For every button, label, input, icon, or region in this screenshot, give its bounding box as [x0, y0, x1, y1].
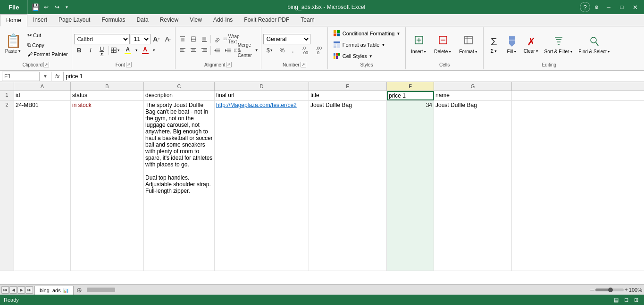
- file-tab[interactable]: File: [0, 0, 28, 14]
- redo-qat-btn[interactable]: ↪: [52, 2, 62, 12]
- decrease-indent-btn[interactable]: [212, 45, 222, 56]
- cell-a2[interactable]: 24-MB01: [14, 101, 71, 271]
- view-normal-btn[interactable]: ▤: [612, 297, 620, 303]
- underline-btn[interactable]: U ▼: [97, 45, 107, 56]
- font-name-select[interactable]: Calibri: [74, 34, 130, 44]
- minimize-btn[interactable]: ─: [602, 2, 615, 12]
- options-icon[interactable]: ⚙: [591, 2, 602, 12]
- row-number-1[interactable]: 1: [0, 91, 14, 100]
- cell-b1[interactable]: status: [71, 91, 144, 100]
- bold-btn[interactable]: B: [74, 45, 84, 56]
- cell-g2[interactable]: Joust Duffle Bag: [434, 101, 512, 271]
- cell-d2[interactable]: http://Mageplaza.com/tester/ce2: [215, 101, 309, 271]
- sheet-nav-first[interactable]: ⏮: [1, 286, 9, 294]
- cell-d1[interactable]: final url: [215, 91, 309, 100]
- clipboard-dialog-btn[interactable]: ↗: [43, 62, 49, 67]
- add-sheet-btn[interactable]: ⊕: [74, 285, 85, 295]
- font-color-btn[interactable]: A: [139, 45, 151, 56]
- align-left-btn[interactable]: [177, 45, 188, 56]
- tab-insert[interactable]: Insert: [27, 14, 53, 26]
- tab-home[interactable]: Home: [0, 14, 27, 26]
- tab-team[interactable]: Team: [295, 14, 320, 26]
- col-header-f[interactable]: F: [387, 82, 434, 91]
- tab-review[interactable]: Review: [154, 14, 184, 26]
- formula-expand-btn[interactable]: ▼: [42, 73, 49, 80]
- cell-b2[interactable]: in stock: [71, 101, 144, 271]
- cell-f1-active[interactable]: price 1: [387, 91, 434, 100]
- tab-foxit[interactable]: Foxit Reader PDF: [238, 14, 295, 26]
- font-dialog-btn[interactable]: ↗: [126, 62, 132, 67]
- align-top-btn[interactable]: [177, 34, 188, 44]
- cell-f2[interactable]: 34: [387, 101, 434, 271]
- find-select-btn[interactable]: Find & Select▼: [576, 30, 612, 60]
- borders-btn[interactable]: ▼: [110, 45, 121, 56]
- col-header-b[interactable]: B: [71, 82, 144, 91]
- shrink-font-btn[interactable]: A-: [163, 34, 173, 44]
- align-bottom-btn[interactable]: [199, 34, 209, 44]
- format-as-table-btn[interactable]: Format as Table ▼: [330, 40, 404, 50]
- col-header-c[interactable]: C: [144, 82, 215, 91]
- sheet-nav-prev[interactable]: ◀: [9, 286, 17, 294]
- cut-button[interactable]: ✂Cut: [25, 31, 70, 40]
- clear-btn[interactable]: ✗ Clear▼: [521, 30, 541, 60]
- cell-c1[interactable]: description: [144, 91, 215, 100]
- cell-c2[interactable]: The sporty Joust Duffle Bag can't be bea…: [144, 101, 215, 271]
- undo-qat-btn[interactable]: ↩: [42, 2, 51, 12]
- view-page-layout-btn[interactable]: ⊟: [622, 297, 630, 303]
- zoom-slider[interactable]: [595, 289, 624, 291]
- grow-font-btn[interactable]: A+: [151, 34, 162, 44]
- col-header-d[interactable]: D: [215, 82, 309, 91]
- align-middle-btn[interactable]: [188, 34, 199, 44]
- paste-button[interactable]: 📋 Paste▼: [2, 28, 25, 58]
- tab-view[interactable]: View: [184, 14, 208, 26]
- autosum-btn[interactable]: Σ Σ▼: [485, 30, 502, 60]
- comma-btn[interactable]: ,: [288, 45, 298, 56]
- currency-btn[interactable]: $▼: [263, 45, 276, 56]
- tab-data[interactable]: Data: [131, 14, 154, 26]
- orientation-btn[interactable]: ab: [212, 34, 222, 44]
- insert-cells-btn[interactable]: Insert▼: [408, 30, 430, 60]
- format-painter-button[interactable]: 🖌Format Painter: [25, 50, 70, 58]
- sheet-nav-last[interactable]: ⏭: [25, 286, 33, 294]
- increase-indent-btn[interactable]: [223, 45, 233, 56]
- close-btn[interactable]: ✕: [629, 2, 641, 12]
- number-dialog-btn[interactable]: ↗: [301, 62, 306, 67]
- sheet-tab-bing-ads[interactable]: bing_ads 📊: [34, 286, 74, 295]
- tab-page-layout[interactable]: Page Layout: [53, 14, 96, 26]
- merge-center-btn[interactable]: Merge & Center ▼: [234, 45, 259, 56]
- zoom-out-btn[interactable]: ─: [590, 287, 594, 293]
- cell-e1[interactable]: title: [309, 91, 387, 100]
- save-qat-btn[interactable]: 💾: [31, 2, 40, 12]
- cell-reference-box[interactable]: F1: [2, 72, 40, 81]
- qat-dropdown-btn[interactable]: ▼: [63, 4, 70, 10]
- sheet-nav-next[interactable]: ▶: [17, 286, 25, 294]
- fill-btn[interactable]: Fill▼: [503, 30, 520, 60]
- cell-e2[interactable]: Joust Duffle Bag: [309, 101, 387, 271]
- percent-btn[interactable]: %: [277, 45, 287, 56]
- number-format-select[interactable]: General: [263, 34, 310, 44]
- view-page-break-btn[interactable]: ⊞: [632, 297, 640, 303]
- tab-addins[interactable]: Add-Ins: [208, 14, 238, 26]
- italic-btn[interactable]: I: [85, 45, 96, 56]
- conditional-formatting-btn[interactable]: Conditional Formatting ▼: [330, 28, 404, 39]
- increase-decimal-btn[interactable]: .0.00: [299, 45, 312, 56]
- row-number-2[interactable]: 2: [0, 101, 14, 271]
- zoom-in-btn[interactable]: +: [625, 287, 628, 293]
- align-right-btn[interactable]: [199, 45, 209, 56]
- maximize-btn[interactable]: □: [616, 2, 628, 12]
- format-cells-btn[interactable]: Format▼: [456, 30, 481, 60]
- delete-cells-btn[interactable]: Delete▼: [431, 30, 455, 60]
- help-icon[interactable]: ?: [580, 2, 590, 12]
- sort-filter-btn[interactable]: Sort & Filter▼: [542, 30, 576, 60]
- alignment-dialog-btn[interactable]: ↗: [226, 62, 232, 67]
- col-header-a[interactable]: A: [14, 82, 71, 91]
- tab-formulas[interactable]: Formulas: [96, 14, 131, 26]
- align-center-btn[interactable]: [188, 45, 199, 56]
- cell-styles-btn[interactable]: Cell Styles ▼: [330, 51, 404, 61]
- fill-color-btn[interactable]: A: [122, 45, 134, 56]
- cell-g1[interactable]: name: [434, 91, 512, 100]
- decrease-decimal-btn[interactable]: .00.0: [312, 45, 326, 56]
- copy-button[interactable]: ⧉Copy: [25, 41, 70, 49]
- col-header-e[interactable]: E: [309, 82, 387, 91]
- font-size-select[interactable]: 11: [131, 34, 151, 44]
